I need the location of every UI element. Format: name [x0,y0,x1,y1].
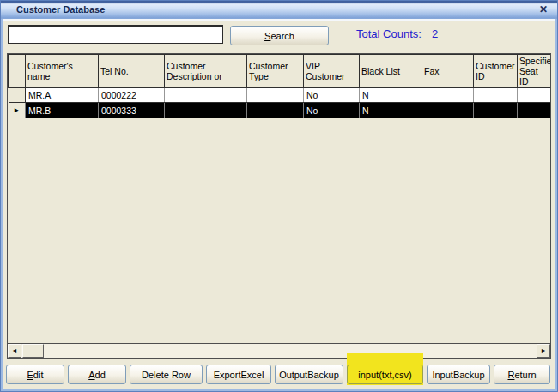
edit-button[interactable]: Edit [6,365,64,384]
col-black-list: Black List [360,55,422,88]
cell-customer-description[interactable] [165,88,247,103]
cell-customers-name[interactable]: MR.A [26,88,99,103]
cell-customer-id[interactable] [474,103,518,118]
export-excel-button[interactable]: ExportExcel [206,365,271,384]
total-counts: Total Counts:2 [356,27,438,40]
col-vip-customer: VIP Customer [304,55,360,88]
input-backup-button[interactable]: InputBackup [427,365,490,384]
cell-customer-type[interactable] [247,88,304,103]
cell-black-list[interactable]: N [360,103,422,118]
title-bar: Customer Database ✕ [1,1,557,19]
cell-black-list[interactable]: N [360,88,422,103]
cell-tel-no[interactable]: 0000222 [99,88,165,103]
close-icon[interactable]: ✕ [539,3,548,15]
delete-row-button[interactable]: Delete Row [130,365,203,384]
customer-table: Customer's name Tel No. Customer Descrip… [8,54,551,118]
cell-vip-customer[interactable]: No [304,88,360,103]
col-specified-seat-id: Specified Seat ID [518,55,552,88]
row-selector[interactable] [9,88,26,103]
table-row-selected[interactable]: ► MR.B 0000333 No N [9,103,552,118]
scrollbar-thumb[interactable] [22,344,44,358]
search-button[interactable]: Search [230,26,329,45]
cell-customer-description[interactable] [165,103,247,118]
current-row-pointer-icon: ► [13,106,20,114]
cell-specified-seat-id[interactable] [518,103,552,118]
col-tel-no: Tel No. [99,55,165,88]
scroll-right-button[interactable]: ► [537,344,550,358]
cell-customers-name[interactable]: MR.B [26,103,99,118]
window-title: Customer Database [16,4,105,15]
table-row[interactable]: MR.A 0000222 No N [9,88,552,103]
col-customer-description: Customer Description or [165,55,247,88]
header-row: Customer's name Tel No. Customer Descrip… [9,55,552,88]
output-backup-button[interactable]: OutputBackup [275,365,343,384]
cell-specified-seat-id[interactable] [518,88,552,103]
col-customer-type: Customer Type [247,55,304,88]
customer-database-window: Customer Database ✕ Search Total Counts:… [0,0,558,392]
horizontal-scrollbar[interactable]: ◄ ► [8,343,550,358]
cell-customer-type[interactable] [247,103,304,118]
cell-fax[interactable] [422,88,474,103]
scroll-left-button[interactable]: ◄ [8,344,21,358]
cell-vip-customer[interactable]: No [304,103,360,118]
row-selector-header [9,55,26,88]
total-counts-label: Total Counts: [356,27,422,40]
row-selector-current[interactable]: ► [9,103,26,118]
col-fax: Fax [422,55,474,88]
add-button[interactable]: Add [68,365,126,384]
cell-fax[interactable] [422,103,474,118]
cell-tel-no[interactable]: 0000333 [99,103,165,118]
customer-grid: Customer's name Tel No. Customer Descrip… [7,53,551,359]
cell-customer-id[interactable] [474,88,518,103]
scroll-left-icon: ◄ [9,345,21,357]
search-input[interactable] [8,25,223,44]
scroll-right-icon: ► [537,345,549,357]
return-button[interactable]: Return [494,365,550,384]
col-customers-name: Customer's name [26,55,99,88]
input-txt-csv-button[interactable]: input(txt,csv) [347,365,423,384]
total-counts-value: 2 [432,27,438,40]
col-customer-id: Customer ID [474,55,518,88]
